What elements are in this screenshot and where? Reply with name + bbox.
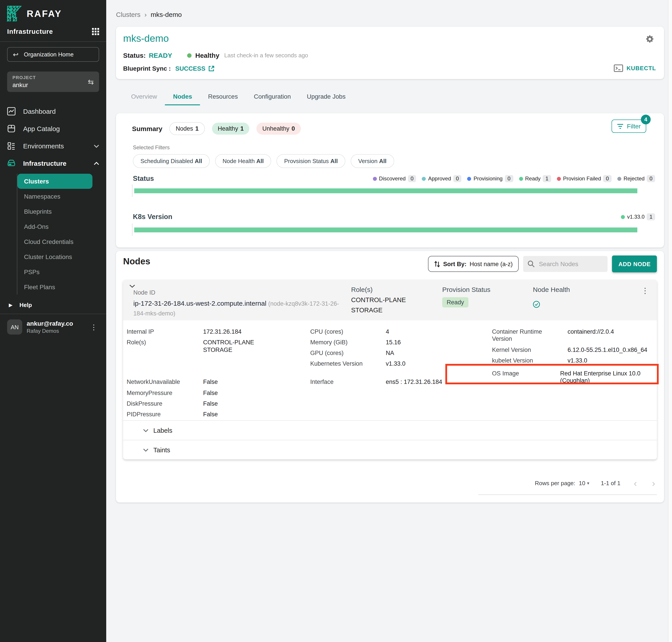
tab-configuration[interactable]: Configuration — [246, 90, 299, 105]
tab-upgrade-jobs[interactable]: Upgrade Jobs — [299, 90, 354, 105]
external-link-icon[interactable] — [208, 65, 215, 72]
user-org: Rafay Demos — [27, 328, 73, 334]
status-chart-title: Status — [133, 175, 154, 183]
labels-toggle[interactable]: Labels — [123, 420, 657, 440]
ready-dot-icon — [519, 177, 523, 181]
sidebar-item-blueprints[interactable]: Blueprints — [17, 204, 106, 219]
filter-button[interactable]: Filter 4 — [611, 119, 646, 133]
app-catalog-icon — [7, 125, 15, 133]
environments-icon — [7, 142, 15, 150]
chevron-down-icon — [143, 448, 149, 452]
user-menu-kebab-icon[interactable]: ⋮ — [88, 323, 99, 331]
collapse-caret-icon[interactable] — [129, 284, 135, 288]
sidebar-item-namespaces[interactable]: Namespaces — [17, 189, 106, 204]
chip-count: 1 — [240, 125, 243, 132]
sidebar-item-label: Dashboard — [23, 107, 56, 115]
swap-project-icon: ⇆ — [88, 78, 94, 86]
chip-count: 1 — [195, 125, 199, 132]
detail-row-os-image: OS ImageRed Hat Enterprise Linux 10.0 (C… — [492, 370, 657, 385]
terminal-icon — [613, 64, 623, 72]
chevron-down-icon — [143, 428, 149, 432]
gear-icon[interactable] — [645, 35, 654, 43]
legend-count: 0 — [408, 175, 416, 182]
nodes-controls: Sort By: Host name (a-z) ADD NODE — [428, 256, 657, 272]
status-bar-ready — [134, 188, 637, 193]
breadcrumb: Clusters › mks-demo — [116, 11, 182, 18]
last-checkin-text: Last check-in a few seconds ago — [224, 52, 308, 59]
add-node-button[interactable]: ADD NODE — [612, 256, 657, 272]
chevron-down-icon — [94, 144, 99, 148]
legend-count: 0 — [505, 175, 513, 182]
sort-arrows-icon — [434, 260, 440, 267]
node-id-value: ip-172-31-26-184.us-west-2.compute.inter… — [133, 298, 347, 318]
k8s-bar-v1330 — [134, 227, 637, 232]
sidebar-item-environments[interactable]: Environments — [0, 137, 106, 155]
k8s-bar-rail — [132, 223, 637, 236]
blueprint-sync-value[interactable]: SUCCESS — [175, 65, 205, 72]
filter-icon — [617, 123, 624, 129]
taints-toggle[interactable]: Taints — [123, 440, 657, 459]
organization-home-button[interactable]: ↩ Organization Home — [7, 47, 99, 62]
apps-grid-icon[interactable] — [92, 28, 99, 35]
legend-count: 1 — [647, 213, 655, 220]
help-toggle[interactable]: ▶ Help — [0, 295, 106, 314]
sidebar-item-psps[interactable]: PSPs — [17, 264, 106, 280]
selected-filters: Scheduling Disabled All Node Health All … — [133, 154, 394, 168]
sidebar-item-cloud-credentials[interactable]: Cloud Credentials — [17, 234, 106, 249]
cluster-header-card: mks-demo Status: READY Healthy Last chec… — [116, 27, 664, 79]
sidebar-item-dashboard[interactable]: Dashboard — [0, 103, 106, 120]
detail-row: MemoryPressureFalse — [127, 390, 218, 397]
sidebar-item-app-catalog[interactable]: App Catalog — [0, 120, 106, 137]
search-nodes-box — [523, 256, 608, 272]
dropdown-caret-icon: ▾ — [587, 481, 589, 486]
nodes-card: Nodes Sort By: Host name (a-z) ADD NODE — [116, 251, 664, 502]
node-id-cell: Node ID ip-172-31-26-184.us-west-2.compu… — [133, 289, 347, 318]
prev-page-icon[interactable]: ‹ — [632, 478, 639, 488]
project-label: PROJECT — [12, 75, 36, 80]
status-legend: Discovered0 Approved0 Provisioning0 Read… — [373, 175, 655, 182]
healthy-count-chip[interactable]: Healthy 1 — [212, 123, 250, 134]
sidebar-item-fleet-plans[interactable]: Fleet Plans — [17, 280, 106, 295]
node-accordion: Labels Taints — [123, 420, 657, 459]
tab-nodes[interactable]: Nodes — [165, 90, 200, 105]
sort-by-button[interactable]: Sort By: Host name (a-z) — [428, 256, 519, 272]
legend-ready: Ready1 — [519, 175, 551, 182]
nodes-count-chip[interactable]: Nodes 1 — [169, 122, 205, 135]
brand-wordmark: RAFAY — [27, 9, 62, 19]
node-health-header: Node Health — [533, 286, 570, 293]
chevron-up-icon — [94, 162, 99, 165]
unhealthy-count-chip[interactable]: Unhealthy 0 — [256, 123, 301, 134]
breadcrumb-clusters[interactable]: Clusters — [116, 11, 140, 18]
pagination-divider — [478, 495, 657, 495]
status-value: READY — [149, 52, 172, 59]
status-chart-header: Status Discovered0 Approved0 Provisionin… — [133, 175, 655, 183]
project-switcher[interactable]: PROJECT ankur ⇆ — [7, 72, 99, 92]
rows-per-page-select[interactable]: 10 ▾ — [579, 480, 589, 487]
rejected-dot-icon — [617, 177, 621, 181]
node-id-label: Node ID — [133, 289, 347, 296]
sidebar-item-infrastructure[interactable]: Infrastructure — [0, 155, 106, 172]
dashboard-icon — [7, 107, 15, 116]
filter-pill-version[interactable]: Version All — [351, 154, 394, 168]
page-scrollbar[interactable] — [668, 0, 672, 642]
search-nodes-input[interactable] — [538, 260, 600, 268]
filter-pill-scheduling-disabled[interactable]: Scheduling Disabled All — [133, 154, 210, 168]
main-content: Clusters › mks-demo mks-demo Status: REA… — [106, 0, 672, 642]
next-page-icon[interactable]: › — [650, 478, 657, 488]
kubectl-button[interactable]: KUBECTL — [613, 64, 656, 72]
filter-pill-provision-status[interactable]: Provsision Status All — [277, 154, 345, 168]
tab-resources[interactable]: Resources — [200, 90, 246, 105]
sidebar-item-cluster-locations[interactable]: Cluster Locations — [17, 249, 106, 264]
filter-pill-node-health[interactable]: Node Health All — [215, 154, 271, 168]
infrastructure-icon — [7, 159, 15, 167]
detail-row: PIDPressureFalse — [127, 411, 218, 418]
detail-row: Internal IP172.31.26.184 — [127, 328, 242, 335]
detail-row: DiskPressureFalse — [127, 400, 218, 408]
tab-overview[interactable]: Overview — [123, 90, 165, 105]
sidebar-item-add-ons[interactable]: Add-Ons — [17, 219, 106, 234]
node-menu-kebab-icon[interactable]: ⋮ — [639, 286, 651, 295]
sort-label: Sort By: — [443, 260, 467, 267]
legend-approved: Approved0 — [422, 175, 461, 182]
sidebar-item-clusters[interactable]: Clusters — [17, 174, 92, 189]
provision-status-header: Provision Status — [442, 286, 491, 293]
